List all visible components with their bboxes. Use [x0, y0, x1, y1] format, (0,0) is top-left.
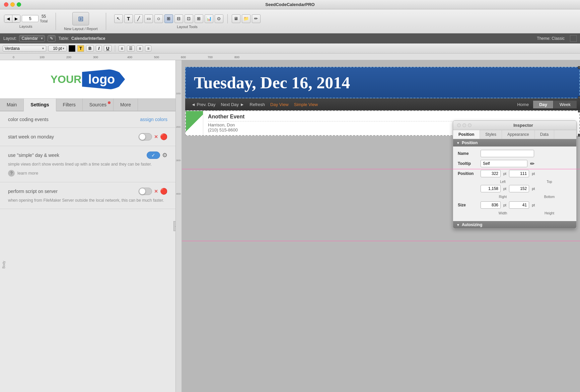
event-resize-tr[interactable]: [578, 110, 580, 112]
align-left-button[interactable]: ≡: [119, 45, 125, 52]
new-layout-button[interactable]: ⊞: [72, 12, 89, 25]
date-header: Tuesday, Dec 16, 2014: [185, 67, 580, 98]
insp-width-input[interactable]: [481, 201, 501, 209]
script-icon[interactable]: 🔴: [160, 188, 167, 195]
align-center-button[interactable]: ☰: [127, 45, 135, 52]
insp-top-label: Top: [527, 180, 572, 184]
event-resize-br[interactable]: [578, 134, 580, 136]
prev-layout-button[interactable]: ◀: [4, 15, 12, 22]
start-week-toggle[interactable]: [139, 133, 152, 140]
text-tool-button[interactable]: T: [124, 14, 133, 23]
day-button[interactable]: Day: [533, 101, 553, 108]
insp-height-input[interactable]: [509, 201, 529, 209]
minimize-button[interactable]: [10, 2, 15, 7]
learn-more-link[interactable]: learn more: [17, 171, 38, 176]
help-circle[interactable]: ?: [8, 170, 15, 177]
inspector-title-text: Inspector: [474, 123, 572, 128]
layout-dropdown[interactable]: Calendar: [19, 35, 45, 42]
portal-tool-button[interactable]: ⊟: [174, 14, 183, 23]
web-viewer-button[interactable]: 🖥: [232, 14, 240, 23]
insp-minimize[interactable]: [462, 123, 466, 127]
simple-day-toggle[interactable]: ✓: [147, 152, 160, 159]
collapse-panel-button[interactable]: ◄: [173, 221, 176, 231]
home-button[interactable]: Home: [513, 102, 533, 107]
simple-day-icon[interactable]: ⚙: [162, 152, 167, 159]
layout-number-input[interactable]: 5: [22, 15, 39, 22]
tabs-row: Main Settings Filters Sources More: [0, 99, 175, 111]
insp-left-input[interactable]: [481, 170, 501, 177]
next-day-button[interactable]: Next Day ►: [218, 102, 247, 107]
simple-view-button[interactable]: Simple View: [291, 102, 320, 107]
assign-colors-link[interactable]: assign colors: [140, 117, 167, 122]
font-size-input[interactable]: [48, 45, 67, 52]
insp-top-input[interactable]: [509, 170, 529, 177]
maximize-button[interactable]: [17, 2, 21, 7]
button-tool-button[interactable]: ⊙: [215, 14, 223, 23]
insert-file-button[interactable]: 📁: [242, 14, 250, 23]
layout-bar-label: Layout:: [3, 36, 16, 41]
insp-width-label: Width: [481, 211, 525, 215]
tab-sources[interactable]: Sources: [83, 99, 114, 111]
line-tool-button[interactable]: ╱: [134, 14, 143, 23]
tab-settings[interactable]: Settings: [24, 99, 56, 111]
bold-button[interactable]: B: [86, 45, 94, 52]
underline-button[interactable]: U: [104, 45, 112, 52]
day-view-button[interactable]: Day View: [268, 102, 291, 107]
refresh-button[interactable]: Refresh: [247, 102, 268, 107]
insp-right-input[interactable]: [481, 185, 501, 192]
insp-name-input[interactable]: [481, 150, 534, 157]
tooltip-edit-icon[interactable]: ✏: [530, 161, 534, 167]
color-swatch[interactable]: [69, 45, 75, 52]
toolbar-separator-1: [56, 13, 56, 30]
setting-week-label: start week on monday: [8, 134, 133, 139]
next-layout-button[interactable]: ▶: [12, 15, 20, 22]
tab-filters[interactable]: Filters: [56, 99, 83, 111]
setting-simple-day: use "simple" day & week ✓ ⚙ simple views…: [0, 146, 175, 182]
layout-tools-section: ↖ T ╱ ▭ ○ ⊞ ⊟ ⊡ ⊞ 📊 ⊙ 🖥: [114, 14, 261, 29]
edit-layout-button[interactable]: ✎: [48, 35, 56, 42]
align-justify-button[interactable]: ≡: [145, 45, 151, 52]
tab-more[interactable]: More: [114, 99, 138, 111]
insp-bottom-input[interactable]: [509, 185, 529, 192]
tab-main[interactable]: Main: [0, 99, 24, 111]
insp-tab-styles[interactable]: Styles: [480, 130, 502, 139]
start-week-knob: [139, 133, 146, 140]
italic-button[interactable]: I: [96, 45, 102, 52]
insp-tab-position[interactable]: Position: [453, 130, 480, 139]
oval-tool-button[interactable]: ○: [154, 14, 163, 23]
logo-text: logo: [88, 72, 115, 86]
insp-left-pt: pt: [503, 172, 506, 176]
insp-tab-data[interactable]: Data: [535, 130, 554, 139]
chart-tool-button[interactable]: 📊: [205, 14, 213, 23]
resize-handle-tr[interactable]: [578, 66, 580, 69]
text-color-button[interactable]: T: [77, 45, 84, 52]
resize-handle-br[interactable]: [578, 96, 580, 99]
insp-name-row: Name: [458, 150, 572, 157]
vertical-ruler: 100 200 300 400: [176, 60, 182, 392]
prev-day-button[interactable]: ◄ Prev. Day: [189, 102, 218, 107]
font-select[interactable]: Verdana: [3, 45, 46, 52]
cal-nav: ◄ Prev. Day Next Day ► Refresh Day View …: [185, 98, 580, 110]
layouts-total-label: Total: [40, 19, 48, 23]
insp-tab-appearance[interactable]: Appearance: [502, 130, 535, 139]
script-toggle[interactable]: [139, 188, 152, 195]
inspector-button[interactable]: ✏: [252, 14, 261, 23]
week-button[interactable]: Week: [554, 101, 577, 108]
select-tool-button[interactable]: ↖: [114, 14, 123, 23]
insp-position-label: Position: [458, 171, 478, 176]
close-button[interactable]: [4, 2, 8, 7]
font-select-wrap: Verdana ▼: [3, 45, 46, 52]
layout-nav-arrows[interactable]: ◀ ▶: [4, 15, 20, 23]
insp-close[interactable]: [457, 123, 461, 127]
layout-dropdown-wrap[interactable]: Calendar: [19, 35, 45, 42]
rectangle-tool-button[interactable]: ▭: [144, 14, 153, 23]
align-right-button[interactable]: ≡: [137, 45, 143, 52]
insp-height-pt: pt: [532, 203, 535, 207]
insp-maximize[interactable]: [468, 123, 472, 127]
tab-control-button[interactable]: ⊡: [185, 14, 193, 23]
theme-button[interactable]: [570, 35, 577, 42]
field-tool-button[interactable]: ⊞: [164, 14, 173, 23]
insp-tooltip-input[interactable]: [481, 160, 527, 167]
slide-panel-button[interactable]: ⊞: [195, 14, 203, 23]
start-week-icon[interactable]: 🔴: [160, 133, 167, 140]
